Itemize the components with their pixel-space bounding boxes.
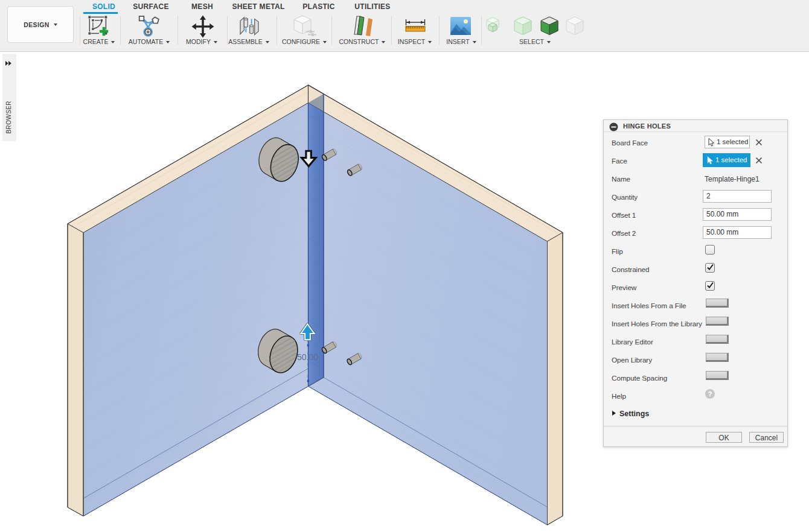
- svg-text:50.00: 50.00: [297, 352, 318, 362]
